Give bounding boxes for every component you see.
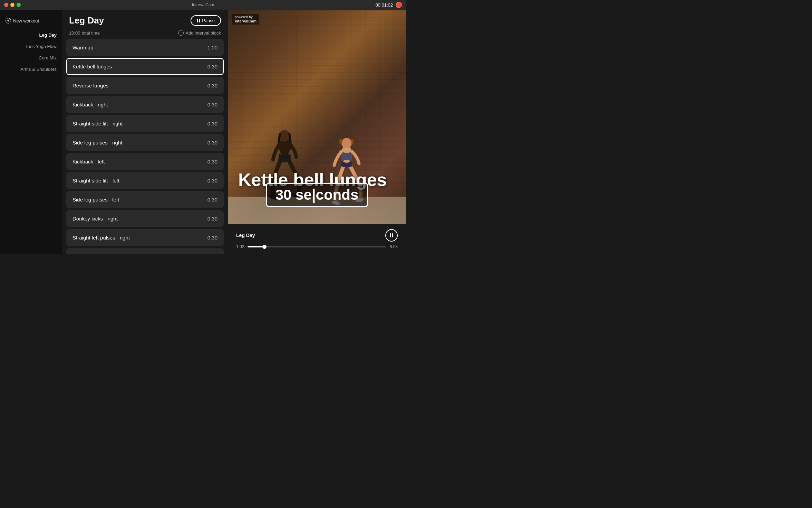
sidebar: + New workout Leg Day Tues Yoga Flow Cor… (0, 10, 62, 254)
pp-bar-2 (392, 233, 393, 237)
pause-label: Pause (202, 18, 215, 23)
total-time-row: 10:00 total time + Add interval block (62, 30, 228, 39)
player-workout-name: Leg Day (236, 233, 255, 238)
interval-item-warm-up[interactable]: Warm up 1:00 (66, 39, 224, 56)
svg-point-1 (279, 130, 290, 142)
record-button[interactable] (396, 2, 402, 8)
interval-name: Straight leg hold - right (72, 254, 125, 254)
progress-row: 1:02 8:58 (236, 244, 398, 249)
sidebar-item-core-mix[interactable]: Core Mix (0, 53, 62, 63)
interval-time: 0:30 (207, 121, 218, 126)
main-layout: + New workout Leg Day Tues Yoga Flow Cor… (0, 10, 406, 254)
remaining-time: 8:58 (390, 244, 398, 249)
timer-display: 00:01:02 (375, 2, 402, 8)
interval-time: 0:30 (207, 64, 218, 69)
svg-point-5 (341, 138, 352, 148)
add-interval-button[interactable]: + Add interval block (178, 30, 221, 36)
interval-name: Straight side lift - left (72, 178, 119, 184)
play-pause-button[interactable] (385, 229, 398, 242)
interval-name: Reverse lunges (72, 83, 108, 88)
add-interval-label: Add interval block (185, 30, 221, 36)
elapsed-timer: 00:01:02 (375, 2, 393, 8)
video-overlay-timer: 30 se|conds (266, 183, 368, 207)
elapsed-time: 1:02 (236, 244, 244, 249)
pause-bar-1 (197, 19, 198, 22)
pp-bar-1 (390, 233, 391, 237)
video-area: powered by IntervalCam Kettle bell lunge… (228, 10, 406, 224)
interval-item-donkey-kicks-right[interactable]: Donkey kicks - right 0:30 (66, 210, 224, 227)
interval-name: Kickback - right (72, 102, 108, 107)
window-controls[interactable] (4, 3, 21, 7)
new-workout-button[interactable]: + New workout (0, 15, 62, 26)
interval-time: 0:30 (207, 140, 218, 145)
interval-list: Warm up 1:00 Kettle bell lunges 0:30 Rev… (62, 39, 228, 254)
pause-icon-player (390, 233, 393, 237)
interval-item-straight-left-pulses-right[interactable]: Straight left pulses - right 0:30 (66, 229, 224, 246)
interval-item-kickback-left[interactable]: Kickback - left 0:30 (66, 153, 224, 170)
total-time-label: 10:00 total time (69, 30, 100, 36)
interval-time: 0:30 (207, 254, 218, 254)
sidebar-item-arms-shoulders[interactable]: Arms & Shoulders (0, 64, 62, 75)
workout-title: Leg Day (69, 15, 104, 26)
close-button[interactable] (4, 3, 8, 7)
overlay-timer-text: 30 se|conds (276, 187, 359, 203)
sidebar-item-leg-day[interactable]: Leg Day (0, 30, 62, 40)
interval-name: Warm up (72, 45, 93, 50)
interval-item-kickback-right[interactable]: Kickback - right 0:30 (66, 96, 224, 113)
interval-name: Straight left pulses - right (72, 235, 130, 241)
progress-thumb (262, 245, 267, 249)
interval-time: 0:30 (207, 159, 218, 164)
titlebar: IntervalCam 00:01:02 (0, 0, 406, 10)
pause-bar-2 (199, 19, 200, 22)
app-title: IntervalCam (192, 2, 214, 7)
pause-icon (197, 19, 200, 22)
interval-name: Kettle bell lunges (72, 64, 112, 69)
interval-time: 0:30 (207, 235, 218, 241)
video-watermark: powered by IntervalCam (232, 14, 259, 25)
interval-time: 0:30 (207, 197, 218, 203)
interval-item-reverse-lunges[interactable]: Reverse lunges 0:30 (66, 77, 224, 94)
player-row: Leg Day (236, 229, 398, 242)
player-controls: Leg Day 1:02 8:58 (228, 224, 406, 254)
interval-name: Straight side lift - right (72, 121, 123, 126)
interval-time: 0:30 (207, 216, 218, 222)
interval-time: 0:30 (207, 178, 218, 184)
interval-name: Side leg pulses - right (72, 140, 122, 145)
interval-time: 1:00 (207, 45, 218, 50)
cursor-blink: | (312, 187, 316, 203)
interval-item-kettle-bell-lunges[interactable]: Kettle bell lunges 0:30 (66, 58, 224, 75)
new-workout-label: New workout (13, 18, 39, 23)
progress-track[interactable] (248, 246, 386, 247)
plus-circle-icon: + (6, 18, 11, 23)
interval-time: 0:30 (207, 83, 218, 88)
content-panel: Leg Day Pause 10:00 total time + Add int… (62, 10, 228, 254)
interval-item-side-leg-pulses-right[interactable]: Side leg pulses - right 0:30 (66, 134, 224, 151)
maximize-button[interactable] (17, 3, 21, 7)
progress-fill (248, 246, 264, 247)
pause-button[interactable]: Pause (191, 15, 221, 26)
content-header: Leg Day Pause (62, 10, 228, 30)
minimize-button[interactable] (10, 3, 14, 7)
interval-name: Side leg pulses - left (72, 197, 119, 203)
interval-item-straight-side-lift-left[interactable]: Straight side lift - left 0:30 (66, 172, 224, 189)
interval-name: Donkey kicks - right (72, 216, 118, 222)
interval-item-side-leg-pulses-left[interactable]: Side leg pulses - left 0:30 (66, 191, 224, 208)
interval-name: Kickback - left (72, 159, 105, 164)
interval-item-straight-side-lift-right[interactable]: Straight side lift - right 0:30 (66, 115, 224, 132)
video-panel: powered by IntervalCam Kettle bell lunge… (228, 10, 406, 254)
sidebar-item-tues-yoga[interactable]: Tues Yoga Flow (0, 41, 62, 52)
interval-time: 0:30 (207, 102, 218, 107)
watermark-line1: powered by (235, 15, 257, 19)
add-interval-icon: + (178, 30, 184, 36)
interval-item-straight-leg-hold-right[interactable]: Straight leg hold - right 0:30 (66, 248, 224, 254)
watermark-line2: IntervalCam (235, 19, 257, 23)
